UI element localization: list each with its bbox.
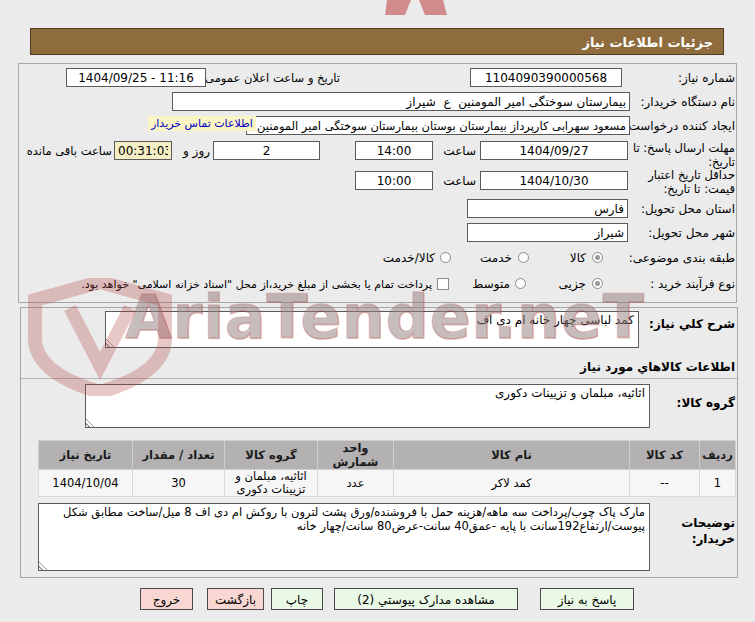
goods-table-wrapper: ردیف کد کالا نام کالا واحد شمارش گروه کا…	[38, 440, 736, 497]
cell-goods-name: کمد لاکر	[394, 470, 630, 497]
reply-deadline-hour-label: ساعت	[438, 144, 476, 158]
cell-goods-group: اثاثیه، مبلمان و تزیینات دکوری	[225, 470, 318, 497]
price-validity-label: حداقل تاریخ اعتبار قیمت: تا تاریخ:	[628, 168, 735, 196]
print-button[interactable]: چاپ	[271, 588, 323, 610]
delivery-city-field[interactable]	[467, 223, 628, 242]
view-attachments-button[interactable]: مشاهده مدارک پیوستي (2)	[334, 588, 518, 610]
subject-class-label: طبقه بندی موضوعی:	[622, 251, 735, 265]
need-summary-textarea[interactable]: کمد لباسی چهار خانه ام دی اف	[105, 311, 639, 348]
announce-datetime-label: تاریخ و ساعت اعلان عمومی:	[205, 71, 340, 85]
radio-minor-label: جزیی	[550, 277, 586, 291]
goods-table: ردیف کد کالا نام کالا واحد شمارش گروه کا…	[38, 440, 736, 497]
price-validity-date-field[interactable]	[480, 171, 628, 190]
need-number-label: شماره نیاز:	[630, 71, 735, 85]
col-goods-group: گروه کالا	[225, 441, 318, 470]
cell-row-number: 1	[700, 470, 736, 497]
delivery-city-label: شهر محل تحویل:	[630, 226, 735, 240]
treasury-checkbox[interactable]	[437, 278, 449, 290]
radio-service[interactable]	[518, 252, 529, 263]
buyer-notes-label: توضیحات خریدار:	[655, 515, 735, 547]
back-button[interactable]: بازگشت	[207, 588, 264, 610]
reply-deadline-label: مهلت ارسال پاسخ: تا تاریخ:	[628, 141, 735, 169]
col-quantity: تعداد / مقدار	[133, 441, 225, 470]
countdown-timer-field	[114, 141, 172, 160]
radio-medium[interactable]	[515, 278, 526, 289]
radio-minor[interactable]	[592, 278, 603, 289]
need-number-field[interactable]	[470, 68, 622, 87]
goods-section-header: اطلاعات کالاهاي مورد نیاز	[590, 360, 735, 374]
radio-goods[interactable]	[592, 252, 603, 263]
purchase-process-label: نوع فرآیند خرید :	[622, 277, 735, 291]
cell-quantity: 30	[133, 470, 225, 497]
buyer-org-field[interactable]	[172, 92, 630, 111]
remaining-days-label: روز و	[174, 144, 210, 158]
buyer-org-label: نام دستگاه خریدار:	[630, 95, 735, 109]
col-need-date: تاریخ نیاز	[39, 441, 133, 470]
goods-table-row: 1 -- کمد لاکر عدد اثاثیه، مبلمان و تزیین…	[39, 470, 736, 497]
countdown-timer-label: ساعت باقی مانده	[28, 144, 112, 158]
price-validity-hour-label: ساعت	[438, 174, 476, 188]
goods-table-header-row: ردیف کد کالا نام کالا واحد شمارش گروه کا…	[39, 441, 736, 470]
buyer-contact-link[interactable]: اطلاعات تماس خریدار	[148, 116, 256, 131]
goods-group-label: گروه کالا:	[650, 396, 735, 410]
reply-deadline-date-field[interactable]	[480, 141, 628, 160]
col-goods-code: کد کالا	[630, 441, 700, 470]
exit-button[interactable]: خروج	[140, 588, 193, 610]
radio-goods-service-label: کالا/خدمت	[355, 251, 435, 265]
radio-goods-label: کالا	[550, 251, 586, 265]
radio-service-label: خدمت	[468, 251, 512, 265]
announce-datetime-field[interactable]	[66, 68, 206, 87]
cell-goods-code: --	[630, 470, 700, 497]
watermark-ribbon-icon	[385, 0, 447, 15]
goods-group-textarea[interactable]: اثاثیه، مبلمان و تزیینات دکوری	[85, 384, 650, 428]
request-creator-field[interactable]	[246, 116, 630, 135]
buyer-notes-textarea[interactable]: مارک پاک چوب/پرداخت سه ماهه/هزینه حمل با…	[38, 503, 650, 571]
reply-deadline-time-field[interactable]	[355, 141, 433, 160]
reply-to-need-button[interactable]: پاسخ به نیاز	[540, 588, 634, 610]
delivery-province-field[interactable]	[467, 199, 628, 218]
tender-detail-page: جزئیات اطلاعات نیاز شماره نیاز: تاریخ و …	[0, 0, 755, 622]
section-divider	[21, 378, 737, 379]
request-creator-label: ایجاد کننده درخواست:	[625, 119, 735, 133]
col-goods-name: نام کالا	[394, 441, 630, 470]
treasury-checkbox-label: پرداخت تمام یا بخشی از مبلغ خرید،از محل …	[72, 278, 432, 291]
col-row-number: ردیف	[700, 441, 736, 470]
title-bar: جزئیات اطلاعات نیاز	[30, 28, 724, 55]
remaining-days-field[interactable]	[213, 141, 320, 160]
price-validity-time-field[interactable]	[355, 171, 433, 190]
cell-count-unit: عدد	[318, 470, 394, 497]
need-summary-label: شرح کلي نیاز:	[643, 317, 735, 331]
radio-medium-label: متوسط	[460, 277, 510, 291]
radio-goods-service[interactable]	[440, 252, 451, 263]
col-count-unit: واحد شمارش	[318, 441, 394, 470]
delivery-province-label: استان محل تحویل:	[630, 202, 735, 216]
page-title: جزئیات اطلاعات نیاز	[582, 35, 713, 50]
cell-need-date: 1404/10/04	[39, 470, 133, 497]
